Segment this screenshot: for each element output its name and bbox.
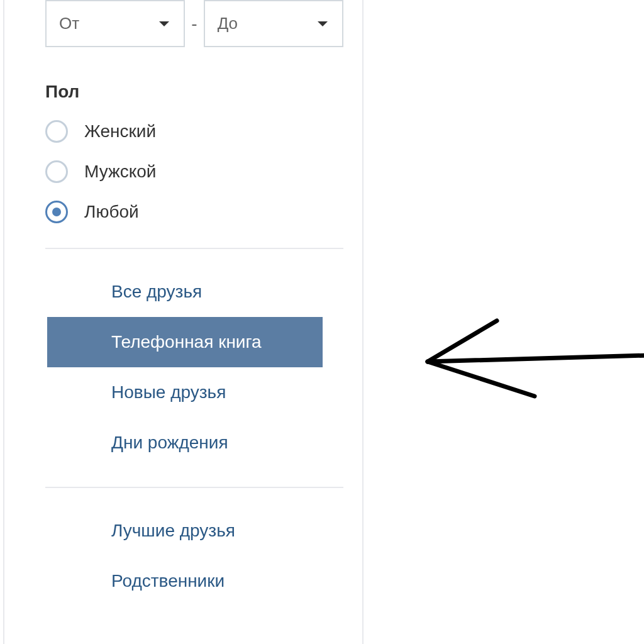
nav-best-friends[interactable]: Лучшие друзья (47, 506, 323, 556)
radio-label: Любой (84, 202, 139, 222)
age-from-label: От (59, 14, 79, 33)
friends-nav-list: Все друзья Телефонная книга Новые друзья… (4, 267, 362, 468)
friends-groups-list: Лучшие друзья Родственники (4, 506, 362, 606)
age-to-label: До (218, 14, 238, 33)
radio-label: Мужской (84, 162, 156, 182)
radio-icon (45, 160, 68, 183)
gender-radio-male[interactable]: Мужской (45, 155, 343, 189)
gender-radio-female[interactable]: Женский (45, 114, 343, 148)
nav-phone-book[interactable]: Телефонная книга (47, 317, 323, 367)
age-range-row: От - До (4, 0, 362, 47)
nav-birthdays[interactable]: Дни рождения (47, 418, 323, 468)
nav-new-friends[interactable]: Новые друзья (47, 367, 323, 418)
range-separator: - (191, 14, 197, 34)
gender-section-label: Пол (4, 82, 362, 102)
radio-icon (45, 120, 68, 143)
section-divider (45, 487, 343, 488)
caret-down-icon (316, 19, 330, 28)
nav-all-friends[interactable]: Все друзья (47, 267, 323, 317)
radio-label: Женский (84, 121, 156, 142)
age-from-dropdown[interactable]: От (45, 0, 185, 47)
arrow-left-annotation-icon (421, 314, 644, 418)
gender-radio-any[interactable]: Любой (45, 195, 343, 229)
filter-sidebar: От - До Пол Женский Мужской Любой В (3, 0, 364, 644)
caret-down-icon (157, 19, 171, 28)
radio-icon (45, 201, 68, 223)
section-divider (45, 248, 343, 249)
nav-relatives[interactable]: Родственники (47, 556, 323, 606)
gender-radio-group: Женский Мужской Любой (4, 114, 362, 229)
age-to-dropdown[interactable]: До (204, 0, 343, 47)
